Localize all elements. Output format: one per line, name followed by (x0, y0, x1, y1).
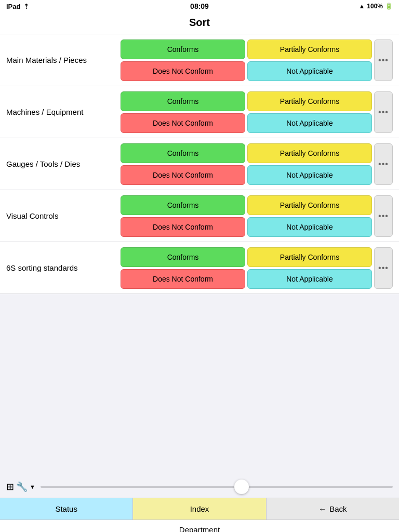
audit-row-visual-controls: Visual Controls Conforms Partially Confo… (0, 190, 399, 242)
not-conform-btn-visual[interactable]: Does Not Conform (121, 217, 245, 237)
conforms-btn-main-materials[interactable]: Conforms (121, 39, 245, 59)
battery-label: 100% (367, 3, 383, 10)
bottom-nav: Status Index ← Back (0, 498, 399, 520)
content-spacer (0, 294, 399, 476)
slider-area: ⊞ 🔧 ▼ (0, 476, 399, 498)
more-btn-main-materials[interactable]: ••• (374, 39, 393, 81)
conforms-btn-6s[interactable]: Conforms (121, 247, 245, 267)
hammer-icon: 🔧 (16, 481, 28, 493)
not-applicable-btn-machines[interactable]: Not Applicable (247, 113, 372, 133)
row-label-visual-controls: Visual Controls (6, 211, 121, 220)
nav-back-btn[interactable]: ← Back (267, 498, 399, 520)
row-buttons-machines: Conforms Partially Conforms ••• Does Not… (121, 91, 393, 133)
row-buttons-gauges: Conforms Partially Conforms ••• Does Not… (121, 143, 393, 185)
not-conform-btn-6s[interactable]: Does Not Conform (121, 269, 245, 289)
partially-btn-visual[interactable]: Partially Conforms (247, 195, 372, 215)
back-arrow-icon: ← (318, 504, 326, 513)
row-label-machines: Machines / Equipment (6, 108, 121, 116)
row-buttons-6s-sorting: Conforms Partially Conforms ••• Does Not… (121, 247, 393, 289)
wifi-icon: ⇡ (23, 3, 29, 10)
row-label-gauges: Gauges / Tools / Dies (6, 159, 121, 168)
status-bar: iPad ⇡ 08:09 ▲ 100% 🔋 (0, 0, 399, 12)
not-applicable-btn-6s[interactable]: Not Applicable (247, 269, 372, 289)
not-conform-btn-gauges[interactable]: Does Not Conform (121, 165, 245, 185)
grid-icon: ⊞ (6, 481, 14, 493)
not-applicable-btn-main-materials[interactable]: Not Applicable (247, 61, 372, 81)
row-buttons-visual-controls: Conforms Partially Conforms ••• Does Not… (121, 195, 393, 237)
more-btn-gauges[interactable]: ••• (374, 143, 393, 185)
row-buttons-main-materials: Conforms Partially Conforms ••• Does Not… (121, 39, 393, 81)
slider-icons: ⊞ 🔧 ▼ (6, 481, 35, 493)
not-conform-btn-main-materials[interactable]: Does Not Conform (121, 61, 245, 81)
not-applicable-btn-gauges[interactable]: Not Applicable (247, 165, 372, 185)
status-bar-time: 08:09 (190, 2, 209, 10)
more-btn-machines[interactable]: ••• (374, 91, 393, 133)
partially-btn-machines[interactable]: Partially Conforms (247, 91, 372, 111)
battery-icon: 🔋 (385, 3, 393, 10)
row-label-main-materials: Main Materials / Pieces (6, 56, 121, 64)
audit-row-main-materials: Main Materials / Pieces Conforms Partial… (0, 34, 399, 86)
department-bar[interactable]: Department (0, 520, 399, 532)
audit-row-machines: Machines / Equipment Conforms Partially … (0, 86, 399, 138)
back-label: Back (329, 504, 347, 513)
slider-thumb[interactable] (234, 480, 249, 494)
more-btn-visual[interactable]: ••• (374, 195, 393, 237)
partially-btn-6s[interactable]: Partially Conforms (247, 247, 372, 267)
partially-btn-gauges[interactable]: Partially Conforms (247, 143, 372, 163)
status-bar-left: iPad ⇡ (6, 3, 29, 10)
nav-index-btn[interactable]: Index (133, 498, 266, 520)
audit-list: Main Materials / Pieces Conforms Partial… (0, 34, 399, 294)
not-applicable-btn-visual[interactable]: Not Applicable (247, 217, 372, 237)
row-label-6s-sorting: 6S sorting standards (6, 263, 121, 272)
dropdown-icon: ▼ (30, 484, 35, 490)
signal-icon: ▲ (358, 3, 365, 10)
conforms-btn-gauges[interactable]: Conforms (121, 143, 245, 163)
audit-row-6s-sorting: 6S sorting standards Conforms Partially … (0, 242, 399, 294)
more-btn-6s[interactable]: ••• (374, 247, 393, 289)
audit-row-gauges: Gauges / Tools / Dies Conforms Partially… (0, 138, 399, 190)
zoom-slider[interactable] (41, 486, 393, 488)
not-conform-btn-machines[interactable]: Does Not Conform (121, 113, 245, 133)
conforms-btn-machines[interactable]: Conforms (121, 91, 245, 111)
page-title: Sort (0, 12, 399, 34)
device-label: iPad (6, 3, 20, 10)
nav-status-btn[interactable]: Status (0, 498, 133, 520)
status-bar-right: ▲ 100% 🔋 (358, 3, 393, 10)
conforms-btn-visual[interactable]: Conforms (121, 195, 245, 215)
partially-btn-main-materials[interactable]: Partially Conforms (247, 39, 372, 59)
